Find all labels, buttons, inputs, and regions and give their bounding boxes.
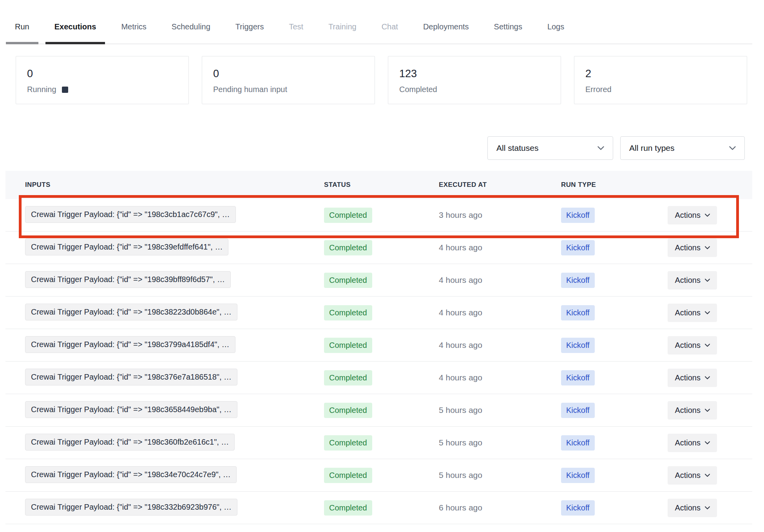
input-payload-chip[interactable]: Crewai Trigger Payload: {"id" => "198c37…: [25, 336, 235, 353]
status-filter-value: All statuses: [496, 143, 538, 153]
column-header-inputs: INPUTS: [25, 181, 324, 189]
tab-deployments[interactable]: Deployments: [414, 22, 478, 44]
stat-value: 2: [585, 68, 747, 80]
stat-value: 0: [27, 68, 188, 80]
chevron-down-icon: [705, 214, 710, 217]
run-type-badge: Kickoff: [561, 338, 595, 353]
table-body: Crewai Trigger Payload: {"id" => "198c3c…: [5, 199, 752, 524]
status-badge: Completed: [324, 305, 372, 320]
stat-card-pending-human-input: 0 Pending human input: [202, 56, 375, 104]
run-type-filter-value: All run types: [629, 143, 675, 153]
tab-scheduling[interactable]: Scheduling: [163, 22, 219, 44]
chevron-down-icon: [705, 279, 710, 282]
table-header: INPUTS STATUS EXECUTED AT RUN TYPE: [5, 171, 752, 199]
input-payload-chip[interactable]: Crewai Trigger Payload: {"id" => "198c34…: [25, 466, 237, 483]
status-filter-select[interactable]: All statuses: [487, 136, 613, 160]
stat-label: Errored: [585, 85, 612, 94]
executed-at-text: 4 hours ago: [439, 275, 561, 285]
stats-cards: 0 Running 0 Pending human input 123 Comp…: [16, 56, 747, 104]
run-type-badge: Kickoff: [561, 403, 595, 418]
chevron-down-icon: [705, 376, 710, 380]
actions-button[interactable]: Actions: [668, 336, 717, 355]
table-row[interactable]: Crewai Trigger Payload: {"id" => "198c3c…: [5, 199, 752, 232]
status-badge: Completed: [324, 208, 372, 223]
actions-button[interactable]: Actions: [668, 206, 717, 224]
status-badge: Completed: [324, 273, 372, 288]
executed-at-text: 6 hours ago: [439, 503, 561, 512]
stat-card-completed: 123 Completed: [388, 56, 561, 104]
stat-label: Pending human input: [213, 85, 287, 94]
status-badge: Completed: [324, 435, 372, 451]
stat-value: 0: [213, 68, 375, 80]
actions-button[interactable]: Actions: [668, 271, 717, 290]
status-badge: Completed: [324, 403, 372, 418]
table-row[interactable]: Crewai Trigger Payload: {"id" => "198c36…: [5, 394, 752, 427]
actions-button[interactable]: Actions: [668, 239, 717, 257]
run-type-badge: Kickoff: [561, 305, 595, 320]
tab-test: Test: [280, 22, 312, 44]
executed-at-text: 4 hours ago: [439, 340, 561, 350]
chevron-down-icon: [729, 146, 736, 150]
table-row[interactable]: Crewai Trigger Payload: {"id" => "198c39…: [5, 264, 752, 297]
chevron-down-icon: [705, 246, 710, 250]
input-payload-chip[interactable]: Crewai Trigger Payload: {"id" => "198c3c…: [25, 206, 236, 223]
tab-triggers[interactable]: Triggers: [226, 22, 273, 44]
run-type-badge: Kickoff: [561, 435, 595, 451]
tab-settings[interactable]: Settings: [485, 22, 531, 44]
tab-bar: Run Executions Metrics Scheduling Trigge…: [6, 0, 752, 44]
chevron-down-icon: [705, 441, 710, 445]
executions-table: INPUTS STATUS EXECUTED AT RUN TYPE Crewa…: [5, 171, 752, 524]
stat-label: Running: [27, 85, 56, 94]
stat-card-running: 0 Running: [16, 56, 189, 104]
stat-card-errored: 2 Errored: [574, 56, 747, 104]
column-header-executed-at: EXECUTED AT: [439, 181, 561, 189]
executed-at-text: 5 hours ago: [439, 470, 561, 480]
executed-at-text: 5 hours ago: [439, 438, 561, 447]
input-payload-chip[interactable]: Crewai Trigger Payload: {"id" => "198c33…: [25, 499, 237, 516]
input-payload-chip[interactable]: Crewai Trigger Payload: {"id" => "198c37…: [25, 369, 237, 385]
executed-at-text: 4 hours ago: [439, 243, 561, 252]
input-payload-chip[interactable]: Crewai Trigger Payload: {"id" => "198c38…: [25, 304, 237, 320]
status-badge: Completed: [324, 468, 372, 483]
table-row[interactable]: Crewai Trigger Payload: {"id" => "198c38…: [5, 297, 752, 329]
table-row[interactable]: Crewai Trigger Payload: {"id" => "198c39…: [5, 232, 752, 264]
stat-label: Completed: [399, 85, 437, 94]
chevron-down-icon: [705, 474, 710, 477]
status-badge: Completed: [324, 240, 372, 255]
tab-run[interactable]: Run: [6, 22, 38, 44]
executed-at-text: 4 hours ago: [439, 308, 561, 317]
tab-executions[interactable]: Executions: [45, 22, 105, 44]
tab-metrics[interactable]: Metrics: [112, 22, 155, 44]
executed-at-text: 5 hours ago: [439, 405, 561, 415]
run-type-badge: Kickoff: [561, 468, 595, 483]
input-payload-chip[interactable]: Crewai Trigger Payload: {"id" => "198c39…: [25, 239, 228, 255]
actions-button[interactable]: Actions: [668, 434, 717, 452]
tab-logs[interactable]: Logs: [538, 22, 573, 44]
run-type-badge: Kickoff: [561, 208, 595, 223]
executed-at-text: 3 hours ago: [439, 210, 561, 220]
status-badge: Completed: [324, 370, 372, 385]
table-row[interactable]: Crewai Trigger Payload: {"id" => "198c37…: [5, 362, 752, 394]
table-row[interactable]: Crewai Trigger Payload: {"id" => "198c36…: [5, 427, 752, 459]
actions-button[interactable]: Actions: [668, 499, 717, 517]
executed-at-text: 4 hours ago: [439, 373, 561, 382]
table-row[interactable]: Crewai Trigger Payload: {"id" => "198c37…: [5, 329, 752, 362]
status-badge: Completed: [324, 338, 372, 353]
tab-chat: Chat: [373, 22, 407, 44]
actions-button[interactable]: Actions: [668, 466, 717, 485]
input-payload-chip[interactable]: Crewai Trigger Payload: {"id" => "198c36…: [25, 434, 235, 451]
run-type-badge: Kickoff: [561, 273, 595, 288]
chevron-down-icon: [705, 344, 710, 347]
table-row[interactable]: Crewai Trigger Payload: {"id" => "198c34…: [5, 459, 752, 492]
stat-value: 123: [399, 68, 561, 80]
run-type-badge: Kickoff: [561, 240, 595, 255]
run-type-badge: Kickoff: [561, 500, 595, 516]
input-payload-chip[interactable]: Crewai Trigger Payload: {"id" => "198c39…: [25, 271, 231, 288]
chevron-down-icon: [597, 146, 604, 150]
table-row[interactable]: Crewai Trigger Payload: {"id" => "198c33…: [5, 492, 752, 524]
actions-button[interactable]: Actions: [668, 304, 717, 322]
run-type-filter-select[interactable]: All run types: [620, 136, 745, 160]
input-payload-chip[interactable]: Crewai Trigger Payload: {"id" => "198c36…: [25, 401, 237, 418]
actions-button[interactable]: Actions: [668, 401, 717, 420]
actions-button[interactable]: Actions: [668, 369, 717, 387]
